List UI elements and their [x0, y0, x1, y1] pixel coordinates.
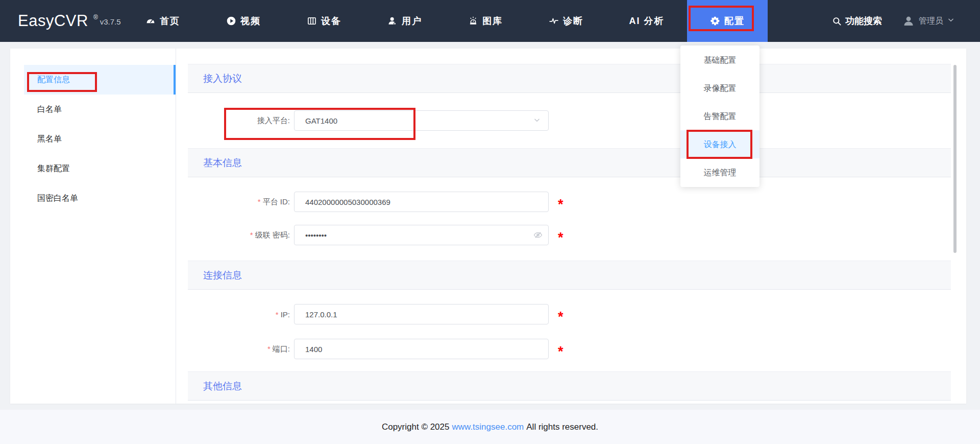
nav-label: AI 分析	[629, 15, 664, 27]
access-platform-select[interactable]: GAT1400	[294, 110, 549, 131]
platform-id-field	[294, 192, 549, 212]
nav-label: 图库	[482, 15, 503, 27]
avatar-icon	[902, 15, 915, 27]
user-icon	[387, 16, 398, 26]
section-title: 基本信息	[203, 156, 242, 170]
diagnosis-pulse-icon	[549, 16, 559, 26]
nav-label: 诊断	[563, 15, 583, 27]
eye-off-icon[interactable]	[533, 230, 543, 240]
port-row: *端口: *	[188, 339, 951, 359]
nav-label: 用户	[402, 15, 422, 27]
required-asterisk: *	[267, 344, 271, 353]
gallery-beacon-icon	[468, 16, 478, 26]
gear-icon	[710, 16, 720, 26]
select-value: GAT1400	[305, 116, 337, 125]
top-navbar: EasyCVR ® v3.7.5 首页 视频 设备 用户	[0, 0, 980, 42]
main-nav-menu: 首页 视频 设备 用户 图库	[122, 0, 768, 42]
dropdown-item-basic-config[interactable]: 基础配置	[680, 46, 760, 74]
user-name: 管理员	[919, 16, 943, 27]
nav-item-home[interactable]: 首页	[122, 0, 203, 42]
sidebar-item-gm-whitelist[interactable]: 国密白名单	[24, 183, 176, 213]
platform-id-row: *平台 ID: *	[188, 192, 951, 212]
cascade-password-row: *级联 密码: *	[188, 225, 951, 245]
ip-input[interactable]	[294, 304, 549, 324]
nav-item-diagnosis[interactable]: 诊断	[526, 0, 606, 42]
settings-sidebar: 配置信息 白名单 黑名单 集群配置 国密白名单	[10, 49, 176, 404]
nav-label: 配置	[724, 15, 745, 27]
app-logo: EasyCVR	[18, 12, 88, 30]
port-field	[294, 339, 549, 359]
sidebar-item-whitelist[interactable]: 白名单	[24, 95, 176, 124]
nav-label: 视频	[240, 15, 261, 27]
cascade-password-field	[294, 225, 549, 245]
nav-item-user[interactable]: 用户	[364, 0, 445, 42]
app-version: v3.7.5	[100, 17, 121, 26]
required-asterisk: *	[558, 194, 564, 215]
nav-label: 首页	[160, 15, 180, 27]
section-header-basic-info: 基本信息	[188, 148, 951, 177]
cascade-password-input[interactable]	[294, 225, 549, 245]
nav-item-video[interactable]: 视频	[203, 0, 284, 42]
section-header-connection-info: 连接信息	[188, 261, 951, 290]
port-input[interactable]	[294, 339, 549, 359]
copyright-text: All rights reserved.	[526, 422, 598, 432]
required-asterisk: *	[258, 197, 261, 206]
config-form-panel: 接入协议 接入平台: GAT1400 基本信息 *平台 ID:	[176, 49, 966, 404]
device-icon	[307, 16, 317, 26]
port-label: *端口:	[188, 344, 290, 354]
nav-item-config[interactable]: 配置	[687, 0, 768, 42]
video-play-icon	[226, 16, 236, 26]
section-title: 其他信息	[203, 380, 242, 393]
dropdown-item-recording-config[interactable]: 录像配置	[680, 74, 760, 102]
access-platform-field: GAT1400	[294, 110, 549, 131]
required-asterisk: *	[558, 341, 564, 362]
platform-id-input[interactable]	[294, 192, 549, 212]
dropdown-item-alarm-config[interactable]: 告警配置	[680, 102, 760, 130]
search-label: 功能搜索	[845, 15, 882, 27]
chevron-down-icon	[947, 16, 954, 26]
section-title: 连接信息	[203, 269, 242, 282]
nav-item-ai-analysis[interactable]: AI 分析	[606, 0, 687, 42]
required-asterisk: *	[558, 307, 564, 327]
chevron-down-icon	[533, 116, 541, 125]
nav-label: 设备	[321, 15, 341, 27]
dropdown-item-device-access[interactable]: 设备接入	[680, 130, 760, 158]
page-footer: Copyright © 2025 www.tsingsee.com All ri…	[0, 410, 980, 444]
main-content-card: 配置信息 白名单 黑名单 集群配置 国密白名单 接入协议 接入平台: GAT14…	[10, 49, 966, 404]
ip-field	[294, 304, 549, 324]
logo-area: EasyCVR ® v3.7.5	[18, 0, 121, 42]
nav-item-gallery[interactable]: 图库	[445, 0, 526, 42]
tsingsee-link[interactable]: www.tsingsee.com	[452, 422, 524, 432]
section-header-access-protocol: 接入协议	[188, 64, 951, 93]
access-platform-row: 接入平台: GAT1400	[188, 110, 951, 131]
required-asterisk: *	[250, 230, 253, 239]
sidebar-item-cluster-config[interactable]: 集群配置	[24, 154, 176, 183]
dashboard-icon	[145, 16, 156, 26]
access-platform-label: 接入平台:	[188, 116, 290, 126]
config-dropdown-menu: 基础配置 录像配置 告警配置 设备接入 运维管理	[680, 45, 760, 187]
registered-mark: ®	[93, 14, 98, 21]
dropdown-item-ops-management[interactable]: 运维管理	[680, 158, 760, 186]
content-scrollbar[interactable]	[953, 65, 957, 253]
required-asterisk: *	[558, 227, 564, 248]
search-icon	[832, 16, 842, 26]
platform-id-label: *平台 ID:	[188, 197, 290, 207]
sidebar-item-config-info[interactable]: 配置信息	[24, 65, 176, 95]
ip-row: *IP: *	[188, 304, 951, 324]
ip-label: *IP:	[188, 310, 290, 319]
sidebar-item-blacklist[interactable]: 黑名单	[24, 124, 176, 154]
cascade-password-label: *级联 密码:	[188, 230, 290, 240]
section-title: 接入协议	[203, 72, 242, 85]
section-header-other-info: 其他信息	[188, 371, 951, 401]
user-menu[interactable]: 管理员	[902, 0, 954, 42]
required-asterisk: *	[276, 310, 279, 319]
copyright-text: Copyright © 2025	[382, 422, 450, 432]
nav-item-device[interactable]: 设备	[284, 0, 364, 42]
function-search-button[interactable]: 功能搜索	[832, 0, 882, 42]
